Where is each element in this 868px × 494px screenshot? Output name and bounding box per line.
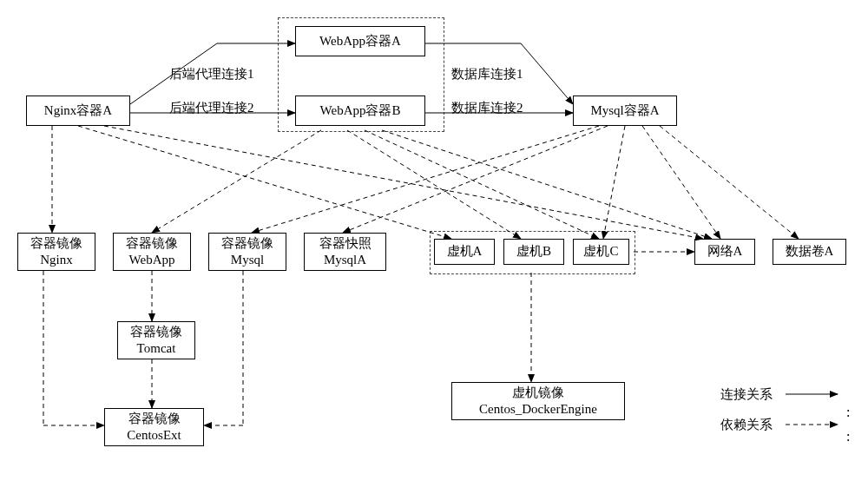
label-mysqlA: Mysql容器A <box>590 102 659 120</box>
svg-line-9 <box>252 126 599 233</box>
label-webappA: WebApp容器A <box>319 33 401 50</box>
svg-line-12 <box>642 126 720 239</box>
legend-dep: 依赖关系 <box>720 417 773 433</box>
edge-proxy2: 后端代理连接2 <box>169 100 254 116</box>
node-snapMysqlA: 容器快照 MysqlA <box>304 233 386 271</box>
node-nginxA: Nginx容器A <box>26 96 130 126</box>
node-imgNginx: 容器镜像 Nginx <box>17 233 95 271</box>
node-webappA: WebApp容器A <box>295 26 425 56</box>
edge-proxy1: 后端代理连接1 <box>169 66 254 82</box>
node-vmA: 虚机A <box>434 239 495 265</box>
svg-line-6 <box>347 130 521 239</box>
node-vmC: 虚机C <box>573 239 629 265</box>
node-webappB: WebApp容器B <box>295 96 425 126</box>
label-imgCentosExt: 容器镜像 CentosExt <box>127 411 181 445</box>
node-netA: 网络A <box>694 239 755 265</box>
node-mysqlA: Mysql容器A <box>573 96 677 126</box>
label-nginxA: Nginx容器A <box>44 102 112 120</box>
node-imgTomcat: 容器镜像 Tomcat <box>117 321 195 359</box>
svg-line-3 <box>78 126 451 239</box>
svg-text::: : <box>846 405 850 419</box>
label-imgWebApp: 容器镜像 WebApp <box>126 235 178 269</box>
label-vmC: 虚机C <box>583 243 618 260</box>
label-vmImg: 虚机镜像 Centos_DockerEngine <box>479 385 597 418</box>
label-vmB: 虚机B <box>516 243 551 260</box>
label-imgNginx: 容器镜像 Nginx <box>30 235 82 269</box>
label-imgTomcat: 容器镜像 Tomcat <box>130 324 182 358</box>
svg-line-5 <box>152 130 321 233</box>
svg-line-7 <box>365 130 599 239</box>
node-vmB: 虚机B <box>503 239 564 265</box>
label-vmA: 虚机A <box>447 243 483 260</box>
node-volA: 数据卷A <box>773 239 846 265</box>
node-vmImg: 虚机镜像 Centos_DockerEngine <box>451 382 625 420</box>
svg-text::: : <box>846 429 850 444</box>
edge-db2: 数据库连接2 <box>451 100 523 116</box>
label-netA: 网络A <box>707 243 743 260</box>
label-webappB: WebApp容器B <box>320 102 401 120</box>
label-snapMysqlA: 容器快照 MysqlA <box>319 235 372 269</box>
legend-conn: 连接关系 <box>720 386 773 403</box>
node-imgCentosExt: 容器镜像 CentosExt <box>104 408 204 446</box>
node-imgWebApp: 容器镜像 WebApp <box>113 233 191 271</box>
label-imgMysql: 容器镜像 Mysql <box>221 235 273 269</box>
svg-line-13 <box>660 126 799 239</box>
svg-line-11 <box>603 126 625 239</box>
edge-db1: 数据库连接1 <box>451 66 523 82</box>
svg-line-4 <box>104 126 703 239</box>
node-imgMysql: 容器镜像 Mysql <box>208 233 286 271</box>
svg-line-8 <box>382 130 712 239</box>
label-volA: 数据卷A <box>786 243 834 260</box>
svg-line-10 <box>343 126 608 233</box>
